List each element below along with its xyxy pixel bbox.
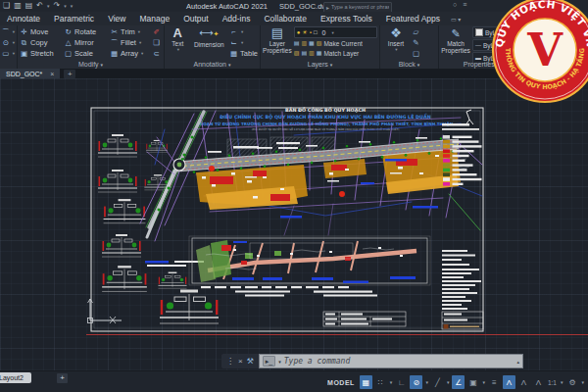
arc-caret-icon[interactable]: ▾	[13, 29, 15, 34]
annotation-scale-icon[interactable]: Λ	[532, 375, 545, 389]
annotation-panel-label[interactable]: Annotation ▾	[165, 60, 260, 69]
sign-in-icon[interactable]: ○	[453, 1, 457, 8]
circle-caret-icon[interactable]: ▾	[13, 40, 15, 45]
annotation-visibility-icon[interactable]: Λ	[503, 375, 515, 389]
circle-icon[interactable]: ⊙	[2, 37, 10, 48]
file-tab-active[interactable]: SDD_GOC* ×	[0, 69, 60, 78]
undo-icon[interactable]: ↶	[36, 0, 43, 12]
qat-customize-icon[interactable]: ▾	[71, 0, 74, 12]
layer-properties-button[interactable]: ▤ Layer Properties	[263, 26, 292, 58]
tab-collaborate[interactable]: Collaborate	[257, 12, 313, 25]
block-attr-icon[interactable]: ▢	[412, 48, 420, 59]
print-icon[interactable]: ▤	[25, 0, 33, 12]
insert-button[interactable]: ❖ Insert ▾	[382, 26, 410, 59]
file-tab-close-icon[interactable]: ×	[50, 71, 54, 77]
rect-caret-icon[interactable]: ▾	[13, 51, 15, 56]
snap-caret-icon[interactable]: ▾	[390, 379, 393, 385]
search-box[interactable]: ▸ Type a keyword or phrase	[323, 2, 392, 13]
lineweight-toggle-icon[interactable]: ≡	[488, 375, 501, 389]
autoscale-icon[interactable]: Λ	[517, 375, 530, 389]
tab-add-ins[interactable]: Add-ins	[216, 12, 258, 25]
arc-icon[interactable]: ⌒	[2, 26, 10, 37]
dimstyle-caret-icon[interactable]: ▾	[241, 40, 243, 45]
polar-tracking-icon[interactable]: ⊘	[410, 375, 422, 389]
dim-style-icon[interactable]: ⌙	[229, 37, 238, 48]
move-button[interactable]: ✛Move	[20, 26, 62, 37]
new-file-icon[interactable]: ❏	[3, 0, 10, 12]
grid-toggle-icon[interactable]: ▦	[360, 375, 372, 389]
offset-icon[interactable]: ⊂	[152, 48, 161, 59]
tab-view[interactable]: View	[101, 12, 132, 25]
explode-icon[interactable]: ❑	[152, 37, 161, 48]
undo-caret-icon[interactable]: ▾	[47, 0, 50, 12]
edit-block-icon[interactable]: ✎	[412, 37, 420, 48]
customization-gear-icon[interactable]: ⚙	[565, 375, 578, 389]
command-dock: ⋮ × ⚒ ▸_ ▾ Type a command ▴	[221, 354, 523, 368]
erase-icon[interactable]: ✐	[152, 26, 161, 37]
array-caret-icon[interactable]: ▾	[141, 51, 143, 56]
recent-commands-caret-icon[interactable]: ▾	[278, 359, 281, 365]
save-icon[interactable]: ▥	[14, 0, 22, 12]
copy-button[interactable]: ⧉Copy	[20, 37, 62, 48]
layer-selector[interactable]: ● ☀ ▪ □ 0 ▾	[294, 26, 377, 38]
layout-tab[interactable]: Layout2	[0, 372, 31, 383]
rectangle-icon[interactable]: ▭	[2, 48, 10, 59]
tab-annotate[interactable]: Annotate	[0, 12, 47, 25]
trim-caret-icon[interactable]: ▾	[138, 29, 140, 34]
tab-manage[interactable]: Manage	[132, 12, 176, 25]
tab-express-tools[interactable]: Express Tools	[314, 12, 379, 25]
stretch-button[interactable]: ▣Stretch	[20, 48, 62, 59]
layers-panel-label[interactable]: Layers ▾	[261, 60, 379, 69]
new-drawing-tab-button[interactable]: +	[64, 70, 75, 78]
model-space-label[interactable]: MODEL	[327, 379, 355, 386]
command-close-icon[interactable]: ×	[238, 357, 243, 366]
modify-panel-label[interactable]: Modify ▾	[18, 60, 164, 69]
tab-output[interactable]: Output	[176, 12, 216, 25]
fillet-button[interactable]: ⌒Fillet▾	[110, 37, 150, 48]
layer-lock-icon: ▪	[310, 27, 312, 37]
dimension-button[interactable]: ⟷✦ Dimension	[191, 26, 228, 59]
new-layout-button[interactable]: +	[57, 373, 68, 383]
text-icon: A	[173, 26, 182, 40]
table-button[interactable]: ▦Table	[229, 48, 258, 59]
fillet-caret-icon[interactable]: ▾	[139, 40, 141, 45]
inset-blue-labels	[232, 276, 416, 283]
ortho-toggle-icon[interactable]: ∟	[395, 375, 408, 389]
object-snap-icon[interactable]: ▣	[466, 375, 479, 389]
customize-wrench-icon[interactable]: ⚒	[247, 357, 254, 366]
rotate-button[interactable]: ↻Rotate	[64, 26, 108, 37]
drawing-canvas[interactable]: BẢN ĐỒ CÔNG BỐ QUY HOẠCH ĐIỀU CHỈNH CỤC …	[0, 78, 588, 370]
tab-featured-apps[interactable]: Featured Apps	[379, 12, 447, 25]
command-input[interactable]: ▸_ ▾ Type a command ▴	[259, 354, 523, 368]
redo-icon[interactable]: ↷	[54, 0, 61, 12]
isometric-drafting-icon[interactable]: ╱	[431, 375, 444, 389]
mirror-button[interactable]: △Mirror	[64, 37, 108, 48]
osnap-caret-icon[interactable]: ▾	[482, 379, 485, 385]
osnap-tracking-icon[interactable]: ∠	[452, 375, 465, 389]
block-panel-label[interactable]: Block ▾	[380, 60, 438, 69]
annotation-scale-value[interactable]: 1:1	[547, 379, 558, 386]
scale-button[interactable]: ▢Scale	[64, 48, 108, 59]
tab-parametric[interactable]: Parametric	[47, 12, 101, 25]
drag-handle-icon: ⋮	[226, 357, 234, 366]
command-grip[interactable]: ⋮ × ⚒	[221, 354, 259, 368]
text-button[interactable]: A Text ▾	[167, 26, 189, 59]
apps-icon[interactable]: ≡	[463, 1, 466, 8]
trim-button[interactable]: ✂Trim▾	[110, 26, 150, 37]
redo-caret-icon[interactable]: ▾	[64, 0, 67, 12]
make-current-row[interactable]: ▤ ▥ ▦ ▧ Make Current	[294, 39, 377, 48]
leader-icon[interactable]: ⌐	[229, 26, 238, 37]
ribbon-minimize-icon[interactable]: ▭ ▾	[451, 16, 461, 23]
iso-caret-icon[interactable]: ▾	[447, 379, 450, 385]
match-layer-row[interactable]: ▨ ▤ ▥ ▦ Match Layer	[294, 49, 377, 58]
snap-toggle-icon[interactable]: ∷	[374, 375, 387, 389]
array-button[interactable]: ▦Array▾	[110, 48, 150, 59]
create-block-icon[interactable]: ▱	[412, 26, 420, 37]
polar-caret-icon[interactable]: ▾	[425, 379, 428, 385]
gear-caret-icon[interactable]: ▾	[581, 379, 584, 385]
leader-caret-icon[interactable]: ▾	[241, 29, 243, 34]
layer-on-icon: ●	[297, 27, 301, 37]
command-expand-icon[interactable]: ▴	[516, 359, 519, 365]
insert-caret-icon: ▾	[395, 47, 397, 52]
scale-caret-icon[interactable]: ▾	[561, 379, 564, 385]
